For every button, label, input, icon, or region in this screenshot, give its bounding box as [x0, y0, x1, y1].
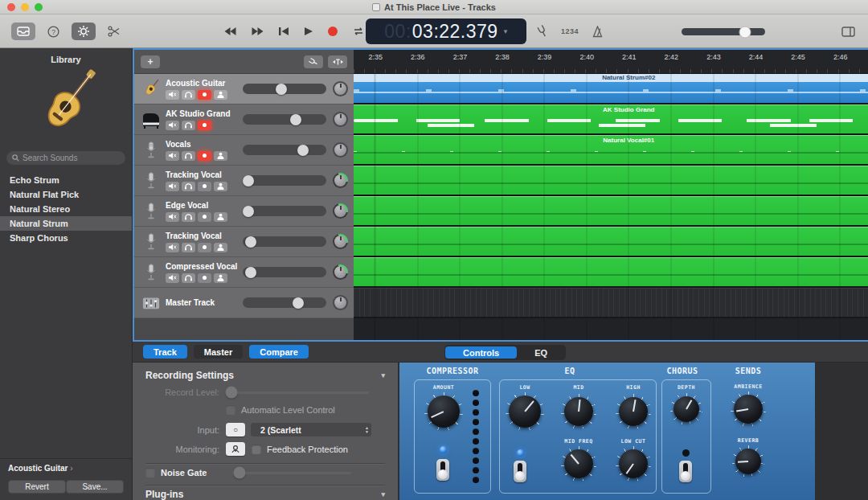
low-knob[interactable]: [506, 392, 544, 431]
input-monitor-button[interactable]: [214, 90, 227, 100]
input-format-button[interactable]: ○: [226, 423, 245, 436]
feedback-protection-checkbox[interactable]: [252, 445, 261, 454]
pan-knob[interactable]: [333, 142, 348, 158]
track-header-vocals[interactable]: Vocals: [134, 135, 354, 166]
input-monitor-button[interactable]: [214, 273, 227, 283]
record-enable-button[interactable]: [198, 273, 211, 283]
solo-button[interactable]: [182, 121, 195, 130]
track-header-tracking-vocal[interactable]: Tracking Vocal: [134, 166, 354, 196]
mute-button[interactable]: [166, 90, 179, 100]
volume-slider[interactable]: [243, 297, 326, 308]
tab-controls[interactable]: Controls: [445, 346, 517, 359]
record-level-slider[interactable]: [226, 391, 369, 394]
revert-button[interactable]: Revert: [8, 480, 66, 494]
monitoring-button[interactable]: [226, 442, 245, 456]
reverb-knob[interactable]: [732, 445, 764, 477]
master-track-lane[interactable]: [354, 288, 868, 317]
volume-slider[interactable]: [243, 236, 326, 247]
noise-gate-checkbox[interactable]: [145, 468, 155, 477]
minimize-button[interactable]: [21, 3, 29, 11]
solo-button[interactable]: [182, 151, 195, 161]
catch-playhead-button[interactable]: [328, 55, 347, 68]
auto-level-checkbox[interactable]: [226, 405, 235, 415]
record-enable-button[interactable]: [198, 212, 211, 222]
low-cut-knob[interactable]: [616, 446, 651, 482]
patch-item-selected[interactable]: Natural Strum: [0, 216, 132, 231]
compressor-power-switch[interactable]: [436, 459, 449, 481]
volume-slider[interactable]: [243, 84, 326, 94]
record-enable-button[interactable]: [198, 90, 211, 100]
record-enable-button[interactable]: [198, 121, 211, 130]
mute-button[interactable]: [166, 212, 179, 222]
smart-controls-button[interactable]: [72, 23, 96, 40]
chevron-down-icon[interactable]: ▾: [381, 371, 385, 379]
cycle-button[interactable]: [352, 27, 365, 36]
solo-button[interactable]: [182, 212, 195, 222]
track-header-edge-vocal[interactable]: Edge Vocal: [134, 196, 354, 227]
volume-thumb[interactable]: [290, 114, 301, 125]
record-enable-button[interactable]: [198, 151, 211, 161]
chevron-down-icon[interactable]: ▾: [381, 490, 385, 498]
solo-button[interactable]: [182, 90, 195, 100]
midi-region-ak-studio-grand[interactable]: AK Studio Grand: [354, 105, 868, 133]
pan-knob[interactable]: [333, 234, 348, 249]
mute-button[interactable]: [166, 182, 179, 191]
pan-knob[interactable]: [333, 112, 348, 127]
volume-thumb[interactable]: [245, 236, 256, 248]
volume-thumb[interactable]: [297, 145, 309, 156]
track-header-master[interactable]: Master Track: [134, 288, 354, 318]
tab-track[interactable]: Track: [143, 345, 187, 359]
library-toggle-button[interactable]: [11, 23, 35, 40]
volume-thumb[interactable]: [243, 206, 254, 217]
patch-item[interactable]: Sharp Chorus: [0, 231, 132, 245]
track-tuner-button[interactable]: [304, 55, 323, 68]
high-knob[interactable]: [616, 394, 651, 429]
input-select[interactable]: 2 (Scarlett ▲▼: [251, 423, 371, 436]
audio-region-natural-vocal[interactable]: Natural Vocal#01: [354, 135, 868, 164]
close-button[interactable]: [7, 3, 15, 11]
volume-slider[interactable]: [243, 114, 326, 125]
volume-thumb[interactable]: [293, 297, 304, 309]
tab-master[interactable]: Master: [194, 345, 243, 359]
ambience-knob[interactable]: [731, 391, 766, 427]
record-enable-button[interactable]: [198, 243, 211, 252]
zoom-button[interactable]: [35, 3, 43, 11]
patch-item[interactable]: Natural Stereo: [0, 202, 132, 216]
pan-knob[interactable]: [333, 295, 348, 310]
track-header-tracking-vocal-2[interactable]: Tracking Vocal: [134, 227, 354, 257]
master-volume-slider[interactable]: [682, 28, 765, 35]
input-monitor-button[interactable]: [214, 151, 227, 161]
eq-power-switch[interactable]: [514, 461, 526, 482]
record-enable-button[interactable]: [198, 182, 211, 191]
volume-slider[interactable]: [243, 175, 326, 186]
input-monitor-button[interactable]: [214, 182, 227, 191]
play-button[interactable]: [303, 27, 313, 36]
audio-region[interactable]: [354, 196, 868, 225]
audio-region-natural-strum[interactable]: Natural Strum#02: [354, 74, 868, 103]
audio-region[interactable]: [354, 257, 868, 286]
mute-button[interactable]: [166, 151, 179, 161]
depth-knob[interactable]: [670, 393, 702, 425]
save-button[interactable]: Save...: [66, 480, 124, 494]
mute-button[interactable]: [166, 243, 179, 252]
noise-gate-thumb[interactable]: [234, 467, 246, 479]
tuner-button[interactable]: [537, 25, 548, 38]
volume-slider[interactable]: [243, 267, 326, 277]
track-header-acoustic-guitar[interactable]: Acoustic Guitar: [134, 74, 354, 105]
chorus-power-switch[interactable]: [679, 461, 692, 482]
search-input[interactable]: Search Sounds: [6, 151, 125, 165]
volume-slider[interactable]: [243, 145, 326, 155]
solo-button[interactable]: [182, 273, 195, 283]
compare-button[interactable]: Compare: [249, 345, 309, 359]
mute-button[interactable]: [166, 121, 179, 130]
timeline[interactable]: 2:35 2:36 2:37 2:38 2:39 2:40 2:41 2:42 …: [354, 50, 868, 340]
quick-help-button[interactable]: ?: [47, 26, 59, 38]
volume-thumb[interactable]: [276, 84, 287, 95]
forward-button[interactable]: [251, 27, 264, 36]
pan-knob[interactable]: [333, 173, 348, 188]
mid-freq-knob[interactable]: [561, 446, 596, 482]
mid-knob[interactable]: [561, 394, 596, 429]
volume-thumb[interactable]: [243, 175, 254, 186]
track-header-ak-studio-grand[interactable]: AK Studio Grand: [134, 105, 354, 135]
volume-slider[interactable]: [243, 206, 326, 216]
